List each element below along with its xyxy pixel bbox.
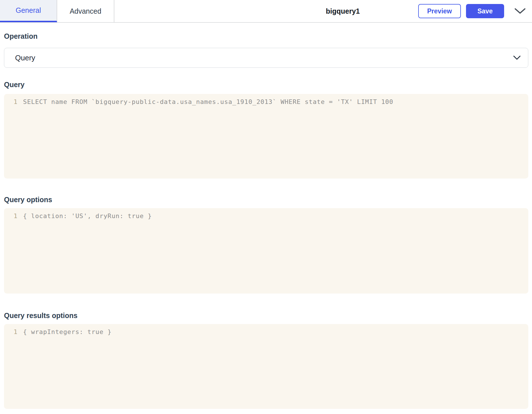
- save-button[interactable]: Save: [466, 4, 504, 18]
- tab-advanced-label: Advanced: [70, 7, 101, 15]
- header-actions: Preview Save: [418, 0, 526, 22]
- tab-general-label: General: [16, 6, 41, 15]
- code-line: 1 { location: 'US', dryRun: true }: [4, 210, 528, 222]
- query-results-options-code-text: { wrapIntegers: true }: [23, 326, 112, 338]
- tab-advanced[interactable]: Advanced: [57, 0, 114, 22]
- line-number: 1: [4, 96, 18, 108]
- collapse-panel-button[interactable]: [514, 4, 526, 18]
- query-code-editor[interactable]: 1 SELECT name FROM `bigquery-public-data…: [4, 94, 528, 179]
- query-label: Query: [4, 80, 528, 89]
- operation-select-value: Query: [15, 54, 35, 62]
- query-editor-body: Operation Query Query 1 SELECT name FROM…: [0, 32, 532, 409]
- save-button-label: Save: [477, 7, 493, 15]
- chevron-down-icon: [513, 56, 521, 60]
- line-number: 1: [4, 210, 18, 222]
- tab-general[interactable]: General: [0, 0, 57, 22]
- operation-label: Operation: [4, 32, 528, 40]
- preview-button-label: Preview: [427, 7, 452, 15]
- code-line: 1 SELECT name FROM `bigquery-public-data…: [4, 96, 528, 108]
- query-options-code-text: { location: 'US', dryRun: true }: [23, 210, 152, 222]
- code-line: 1 { wrapIntegers: true }: [4, 326, 528, 338]
- query-results-options-label: Query results options: [4, 311, 528, 320]
- operation-select[interactable]: Query: [4, 48, 528, 68]
- query-name-title: bigquery1: [326, 7, 360, 15]
- query-options-editor[interactable]: 1 { location: 'US', dryRun: true }: [4, 208, 528, 294]
- line-number: 1: [4, 326, 18, 338]
- query-results-options-editor[interactable]: 1 { wrapIntegers: true }: [4, 324, 528, 409]
- query-options-label: Query options: [4, 195, 528, 204]
- query-panel-header: General Advanced bigquery1 Preview Save: [0, 0, 532, 23]
- chevron-down-icon: [514, 8, 526, 14]
- preview-button[interactable]: Preview: [418, 4, 461, 18]
- query-code-text: SELECT name FROM `bigquery-public-data.u…: [23, 96, 393, 108]
